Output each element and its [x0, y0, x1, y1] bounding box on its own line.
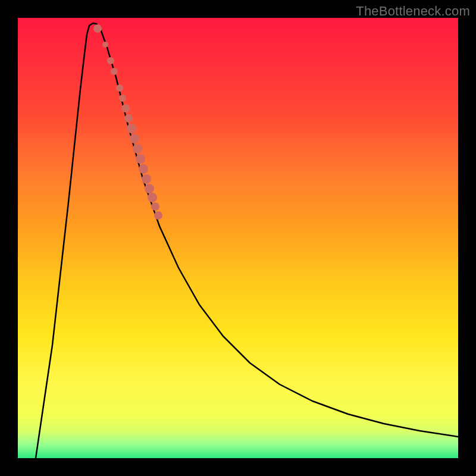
data-marker [133, 144, 142, 154]
chart-frame: TheBottleneck.com [0, 0, 476, 476]
data-marker [93, 24, 102, 33]
data-marker [127, 124, 136, 133]
data-marker [151, 202, 159, 211]
marker-series [93, 24, 162, 220]
watermark-text: TheBottleneck.com [356, 4, 470, 19]
data-marker [136, 154, 145, 164]
data-marker [124, 114, 133, 123]
bottleneck-curve [36, 23, 458, 458]
data-marker [148, 193, 157, 202]
data-marker [111, 68, 118, 75]
curve-layer [18, 18, 458, 458]
data-marker [145, 184, 154, 193]
data-marker [119, 95, 126, 102]
data-marker [130, 134, 139, 143]
data-marker [142, 174, 151, 184]
data-marker [154, 211, 162, 220]
data-marker [116, 84, 123, 92]
data-marker [121, 104, 130, 112]
data-marker [107, 57, 114, 64]
plot-area [18, 18, 458, 458]
data-marker [139, 164, 148, 174]
data-marker [102, 42, 108, 48]
